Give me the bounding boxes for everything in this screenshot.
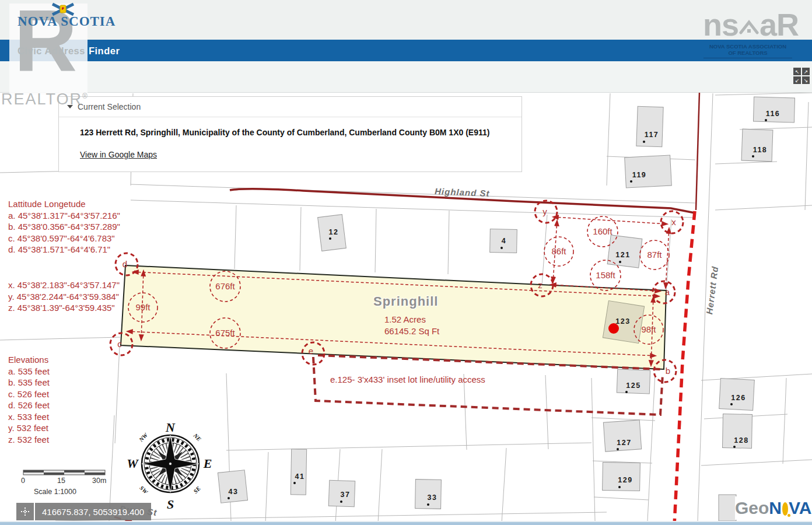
latlong-block: Lattitude Longetude a. 45°38'1.317"-64°3… (8, 198, 120, 256)
current-selection-panel: Current Selection 123 Herrett Rd, Spring… (58, 96, 522, 172)
selected-address-text: 123 Herrett Rd, Springhill, Municipality… (80, 128, 522, 137)
building-125: 125 (617, 369, 650, 394)
elevation-a: a. 535 feet (8, 366, 50, 377)
latlong-point-x: x. 45°38'2.183"-64°3'57.147" (8, 279, 120, 291)
measurement-label: 87ft (647, 250, 662, 260)
elevation-d: d. 526 feet (8, 400, 50, 411)
marker-label: d (123, 259, 127, 269)
nsar-subtitle: NOVA SCOTIA ASSOCIATION OF REALTORS (704, 43, 792, 58)
building-117: 117 (636, 106, 663, 146)
marker-label: b (666, 366, 670, 376)
elevation-b: b. 535 feet (8, 377, 50, 388)
building-33: 33 (415, 480, 442, 509)
elevations-block: Elevations a. 535 feet b. 535 feet c. 52… (8, 354, 50, 445)
nsar-subtitle-line2: OF REALTORS (704, 50, 792, 56)
marker-label: c (117, 339, 122, 349)
realtor-wordmark: REALTOR® (1, 90, 89, 108)
measurement-label: 86ft (551, 246, 566, 256)
building-121: 121 (607, 235, 642, 268)
expand-icon[interactable]: ↖↗↙↘ (793, 68, 810, 84)
svg-text:43: 43 (229, 488, 239, 496)
nsar-logo-ns: ns (703, 7, 738, 42)
registered-mark: ® (82, 92, 89, 100)
scale-ratio-label: Scale 1:1000 (34, 488, 76, 496)
latlong-point-c: c. 45°38'0.597"-64°4'6.783" (8, 233, 120, 244)
province-name: NOVA SCOTIA (18, 14, 116, 29)
building-123: 123 (603, 301, 644, 344)
building-37: 37 (328, 480, 355, 507)
building-127: 127 (603, 420, 641, 452)
svg-text:4: 4 (502, 237, 506, 245)
nsar-subtitle-line1: NOVA SCOTIA ASSOCIATION (704, 43, 792, 50)
header-sub-band (0, 61, 812, 93)
bottom-border-strip (0, 521, 812, 525)
marker-label: x (671, 217, 676, 227)
view-in-google-maps-link[interactable]: View in Google Maps (80, 150, 157, 159)
measurement-label: 98ft (641, 324, 656, 334)
marker-label: z (538, 280, 542, 290)
svg-text:37: 37 (341, 491, 351, 499)
svg-text:116: 116 (766, 110, 780, 118)
latlong-point-d: d. 45°38'1.571"-64°4'6.71" (8, 244, 120, 256)
latlong-point-b: b. 45°38'0.356"-64°3'57.289" (8, 221, 120, 233)
current-selection-header[interactable]: Current Selection (59, 97, 522, 117)
elevation-c: c. 526 feet (8, 388, 50, 400)
svg-text:119: 119 (632, 171, 647, 179)
compass-west-label: W (127, 456, 139, 471)
utility-access-note: e.125- 3'x433' inset lot line/utility ac… (330, 374, 485, 386)
svg-text:125: 125 (626, 382, 640, 390)
parcel-area-block: 1.52 Acres 66145.2 Sq Ft (384, 314, 439, 337)
compass-east-label: E (203, 456, 212, 471)
svg-text:126: 126 (731, 394, 746, 402)
elevation-x: x. 533 feet (8, 411, 50, 423)
building-4: 4 (490, 229, 517, 253)
svg-text:12: 12 (329, 228, 339, 236)
svg-text:117: 117 (645, 131, 659, 139)
nsar-logo-ar: aR (760, 7, 799, 42)
building-129: 129 (603, 462, 640, 491)
building-128: 128 (722, 414, 752, 449)
header-blue-bar (0, 40, 812, 61)
geonova-pin-icon (782, 502, 788, 516)
latlong-point-y: y. 45°38'2.244"-64°3'59.384" (8, 291, 120, 303)
latlong-xyz-block: x. 45°38'2.183"-64°3'57.147" y. 45°38'2.… (8, 279, 120, 314)
svg-text:129: 129 (618, 476, 632, 484)
app-title-part2: Finder (89, 46, 120, 56)
building-label: 123 (615, 317, 630, 326)
scale-end-label: 30m (92, 477, 106, 485)
marker-label: a (665, 287, 670, 297)
elevation-y: y. 532 feet (8, 422, 50, 434)
crosshair-icon (16, 503, 34, 520)
coordinates-value: 416675.837, 5053919.400 (35, 503, 151, 520)
svg-text:33: 33 (428, 494, 438, 502)
latlong-point-z: z. 45°38'1.39"-64°3'59.435" (8, 302, 120, 314)
geonova-n: N (769, 498, 782, 518)
app-title: Civic AddressFinder (18, 46, 120, 57)
latlong-title: Lattitude Longetude (8, 198, 120, 210)
svg-text:41: 41 (295, 473, 305, 481)
geonova-geo: Geo (735, 498, 769, 518)
measurement-label: 99ft (135, 302, 150, 312)
building-116: 116 (753, 97, 794, 123)
header-top-band (0, 0, 812, 40)
app-title-part1: Civic Address (18, 46, 85, 56)
measurement-label: 158ft (596, 270, 615, 280)
building-unlabeled (719, 495, 736, 521)
nsar-logo: ns aR (703, 7, 799, 42)
building-41: 41 (290, 449, 306, 495)
latlong-point-a: a. 45°38'1.317"-64°3'57.216" (8, 210, 120, 222)
svg-text:118: 118 (753, 146, 768, 154)
civic-address-finder-app: 123 12 4 (0, 0, 812, 525)
elevation-z: z. 532 feet (8, 434, 50, 446)
marker-label: y (542, 206, 547, 216)
measurement-label: 676ft (215, 281, 235, 291)
scale-mid-label: 15 (57, 477, 65, 485)
building-43: 43 (218, 470, 247, 503)
cursor-coordinates-readout: 416675.837, 5053919.400 (16, 503, 151, 520)
parcel-sqft: 66145.2 Sq Ft (384, 326, 439, 337)
scale-start-label: 0 (21, 477, 25, 485)
measurement-label: 160ft (593, 226, 612, 236)
building-119: 119 (625, 155, 672, 188)
geonova-logo: GeoNVA (735, 496, 811, 520)
selected-address-dot[interactable] (608, 323, 619, 334)
